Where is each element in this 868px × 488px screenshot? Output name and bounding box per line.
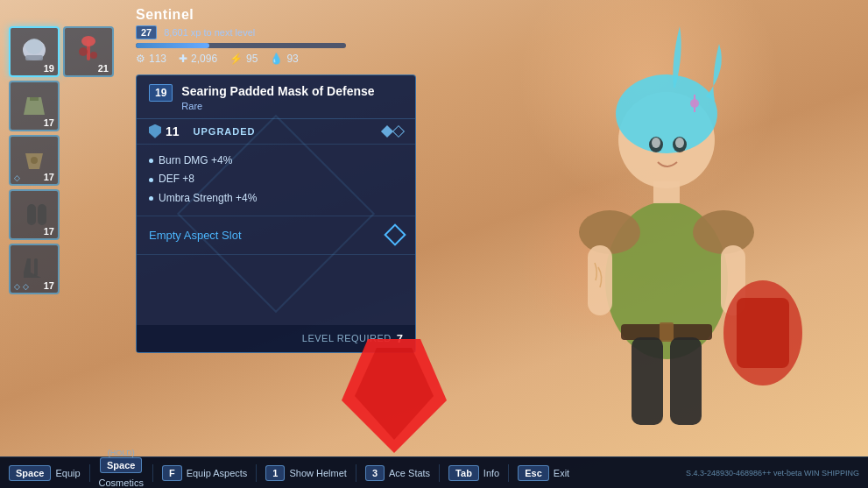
gem-empty-1 — [392, 125, 405, 138]
svg-point-24 — [81, 36, 95, 46]
label-cosmetics: Cosmetics — [99, 477, 144, 488]
key-space-equip[interactable]: Space — [9, 465, 51, 481]
stat-speed-val: 95 — [246, 53, 258, 65]
svg-rect-30 — [38, 204, 46, 225]
arrow-pointer-container — [342, 339, 447, 456]
stat-power-val: 113 — [149, 53, 166, 65]
label-equip: Equip — [55, 468, 80, 478]
svg-point-26 — [90, 52, 97, 59]
slot-helmet-level: 19 — [44, 63, 54, 74]
separator-3 — [256, 464, 257, 482]
shield-icon — [149, 124, 161, 138]
slot-legs-level: 17 — [44, 226, 54, 237]
label-info: Info — [483, 468, 499, 478]
slot-boots-diamond: ◇ ◇ — [14, 282, 29, 291]
stat-speed: ⚡ 95 — [229, 53, 258, 65]
stat-health: ✚ 2,096 — [179, 53, 217, 65]
svg-rect-27 — [30, 97, 39, 101]
gem-icons — [383, 127, 403, 136]
key-esc[interactable]: Esc — [518, 465, 549, 481]
item-level-badge: 19 — [149, 84, 173, 102]
keybind-equip: Space Equip — [9, 465, 81, 481]
slot-row-2: 17 — [9, 81, 131, 131]
equipment-slots: 19 21 17 17 ◇ — [9, 26, 131, 294]
character-level-badge: 27 — [136, 25, 157, 39]
svg-rect-13 — [660, 322, 674, 342]
health-icon: ✚ — [179, 53, 187, 65]
stat-spirit-val: 93 — [286, 53, 298, 65]
slot-weapon-level: 21 — [98, 63, 109, 74]
svg-point-28 — [31, 157, 38, 164]
key-3[interactable]: 3 — [365, 465, 385, 481]
perk-bullet-2 — [149, 178, 153, 182]
separator-4 — [356, 464, 356, 482]
slot-torso[interactable]: 17 — [9, 81, 60, 131]
defense-num: 11 — [166, 124, 180, 138]
slot-chest[interactable]: 17 ◇ — [9, 135, 60, 186]
slot-boots-level: 17 — [44, 280, 54, 291]
svg-rect-29 — [27, 204, 36, 225]
character-level-row: 27 8,601 xp to next level — [136, 25, 346, 39]
hold-label: (HOLD) — [108, 449, 135, 457]
arrow-pointer-svg — [342, 339, 447, 453]
item-panel: 19 Searing Padded Mask of Defense Rare 1… — [136, 74, 416, 353]
perk-bullet-3 — [149, 196, 153, 201]
svg-rect-17 — [737, 298, 789, 368]
label-ace-stats: Ace Stats — [389, 468, 430, 478]
item-stats-row: 11 UPGRADED — [137, 119, 415, 145]
character-panel: Sentinel 27 8,601 xp to next level ⚙ 113… — [136, 7, 346, 65]
key-1[interactable]: 1 — [265, 465, 285, 481]
svg-point-5 — [652, 138, 660, 148]
label-exit: Exit — [554, 468, 569, 478]
stat-power: ⚙ 113 — [136, 53, 166, 65]
svg-point-9 — [693, 210, 754, 254]
slot-row-1: 19 21 — [9, 26, 131, 77]
xp-bar-fill — [136, 43, 209, 48]
slot-row-5: 17 ◇ ◇ — [9, 244, 131, 294]
keybind-ace-stats: 3 Ace Stats — [365, 465, 430, 481]
slot-chest-diamond: ◇ — [14, 173, 20, 182]
item-panel-body — [137, 255, 415, 325]
character-name: Sentinel — [136, 7, 346, 23]
item-rarity: Rare — [181, 101, 403, 111]
slot-legs[interactable]: 17 — [9, 189, 60, 240]
keybind-cosmetics: (HOLD) Space Cosmetics — [99, 457, 144, 488]
slot-chest-level: 17 — [44, 172, 54, 182]
key-space-cosmetics[interactable]: Space — [100, 457, 142, 473]
key-f[interactable]: F — [162, 465, 182, 481]
item-title-block: Searing Padded Mask of Defense Rare — [181, 84, 403, 111]
slot-weapon[interactable]: 21 — [63, 26, 114, 77]
key-tab[interactable]: Tab — [448, 465, 479, 481]
label-equip-aspects: Equip Aspects — [187, 468, 248, 478]
item-header: 19 Searing Padded Mask of Defense Rare — [137, 75, 415, 119]
perk-1-text: Burn DMG +4% — [159, 152, 232, 171]
slot-helmet[interactable]: 19 — [9, 26, 60, 77]
xp-bar-container — [136, 43, 346, 48]
perk-3-text: Umbra Strength +4% — [159, 189, 257, 209]
aspect-slot[interactable]: Empty Aspect Slot — [137, 216, 415, 255]
separator-2 — [152, 464, 153, 482]
separator-5 — [439, 464, 440, 482]
char-stats-row: ⚙ 113 ✚ 2,096 ⚡ 95 💧 93 — [136, 53, 346, 65]
spirit-icon: 💧 — [270, 53, 283, 65]
xp-text: 8,601 xp to next level — [164, 27, 255, 38]
perk-2: DEF +8 — [149, 170, 403, 189]
keybind-show-helmet: 1 Show Helmet — [265, 465, 347, 481]
perk-bullet-1 — [149, 159, 153, 163]
svg-point-8 — [579, 210, 640, 254]
svg-rect-31 — [34, 258, 38, 276]
separator-6 — [508, 464, 509, 482]
bottom-bar: Space Equip (HOLD) Space Cosmetics F Equ… — [0, 456, 868, 488]
perk-2-text: DEF +8 — [159, 170, 194, 189]
item-perks: Burn DMG +4% DEF +8 Umbra Strength +4% — [137, 145, 415, 216]
defense-value: 11 — [149, 124, 180, 138]
svg-rect-14 — [632, 337, 663, 425]
perk-1: Burn DMG +4% — [149, 152, 403, 171]
svg-rect-7 — [653, 181, 680, 203]
svg-rect-22 — [25, 55, 43, 60]
slot-row-4: 17 — [9, 189, 131, 240]
stat-spirit: 💧 93 — [270, 53, 298, 65]
svg-rect-15 — [670, 337, 702, 425]
svg-point-21 — [25, 39, 43, 54]
slot-boots[interactable]: 17 ◇ ◇ — [9, 244, 60, 294]
